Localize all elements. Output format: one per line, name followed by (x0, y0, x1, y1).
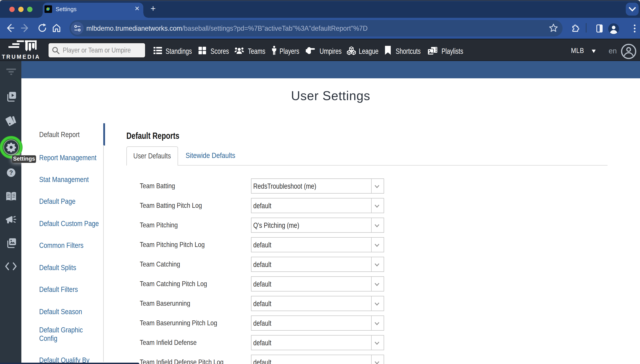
svg-text:?: ? (9, 169, 13, 176)
